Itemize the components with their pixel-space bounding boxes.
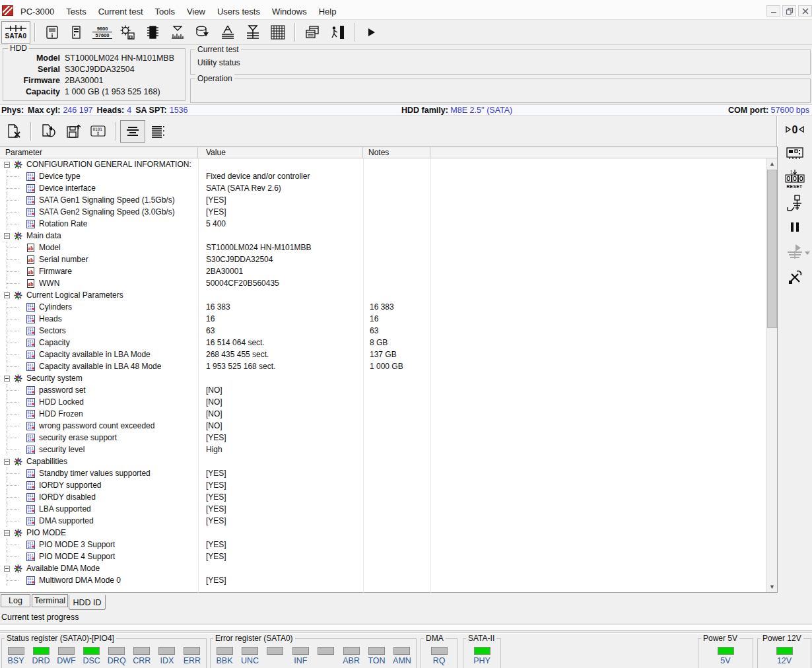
tree-collapse-icon[interactable]: [4, 459, 10, 465]
param-row[interactable]: 01110Standby timer values supported[YES]: [0, 467, 777, 479]
surface-chart-button[interactable]: [165, 21, 190, 44]
menu-item-tests[interactable]: Tests: [60, 5, 92, 18]
tab-log[interactable]: Log: [1, 594, 30, 607]
param-group-row[interactable]: PIO MODE: [0, 527, 777, 539]
clear-results-button[interactable]: [1, 120, 26, 143]
svg-text:0101: 0101: [93, 127, 103, 131]
param-row[interactable]: 01110PIO MODE 3 Support[YES]: [0, 539, 777, 551]
restore-button[interactable]: [782, 5, 796, 17]
utility-settings-button[interactable]: [115, 21, 140, 44]
param-row[interactable]: 01110wrong password count exceeded[NO]: [0, 420, 777, 432]
utility-info-button[interactable]: [40, 21, 65, 44]
param-row[interactable]: abWWN50004CF20B560435: [0, 277, 777, 289]
pause-button[interactable]: [790, 222, 799, 232]
chart-funnel-icon: [170, 24, 186, 40]
tab-hdd-id[interactable]: HDD ID: [69, 595, 106, 610]
sector-map-button[interactable]: [265, 21, 290, 44]
rom-chip-button[interactable]: [140, 21, 165, 44]
param-row[interactable]: 01110security erase support[YES]: [0, 432, 777, 444]
text-param-icon: ab: [26, 255, 35, 264]
param-row[interactable]: 01110password set[NO]: [0, 384, 777, 396]
param-row[interactable]: 01110HDD Frozen[NO]: [0, 408, 777, 420]
tree-collapse-icon[interactable]: [4, 530, 10, 536]
param-group-row[interactable]: Main data: [0, 230, 777, 242]
close-button[interactable]: [798, 5, 812, 17]
param-row[interactable]: 01110SATA Gen1 Signaling Speed (1.5Gb/s)…: [0, 194, 777, 206]
param-row[interactable]: 01110Multiword DMA Mode 0[YES]: [0, 574, 777, 586]
refresh-id-button[interactable]: [36, 120, 61, 143]
power-relay-button[interactable]: [786, 194, 803, 213]
param-row[interactable]: 01110PIO MODE 4 Support[YES]: [0, 551, 777, 562]
led-label: CRR: [133, 657, 151, 665]
minimize-button[interactable]: [766, 5, 780, 17]
save-id-button[interactable]: [61, 120, 86, 143]
binary-view-button[interactable]: 0101: [86, 120, 111, 143]
led-indicator: [217, 647, 233, 655]
param-row[interactable]: abFirmware2BA30001: [0, 265, 777, 277]
tree-collapse-icon[interactable]: [4, 292, 10, 298]
menu-item-pc3000[interactable]: PC-3000: [15, 5, 60, 18]
param-row[interactable]: abSerial numberS30CJ9DDA32504: [0, 253, 777, 265]
param-row[interactable]: 01110Rotation Rate5 400: [0, 218, 777, 230]
param-row[interactable]: 01110DMA supported[YES]: [0, 515, 777, 527]
svg-text:ab: ab: [28, 257, 34, 263]
param-label: Sectors: [39, 326, 66, 335]
menu-item-help[interactable]: Help: [313, 5, 343, 18]
exit-button[interactable]: [325, 21, 350, 44]
param-group-row[interactable]: Security system: [0, 372, 777, 384]
port-speed-button[interactable]: 9600 57600: [90, 21, 115, 44]
view-list-button[interactable]: [145, 120, 170, 143]
param-row[interactable]: 01110Capacity available in LBA Mode268 4…: [0, 349, 777, 360]
param-group-row[interactable]: Available DMA Mode: [0, 562, 777, 574]
param-row[interactable]: 01110Heads1616: [0, 313, 777, 325]
column-header-parameter[interactable]: Parameter: [0, 147, 198, 158]
tree-collapse-icon[interactable]: [4, 566, 10, 572]
tree-collapse-icon[interactable]: [4, 162, 10, 168]
column-header-notes[interactable]: Notes: [363, 147, 430, 158]
param-row[interactable]: 01110HDD Locked[NO]: [0, 396, 777, 408]
param-row[interactable]: 01110SATA Gen2 Signaling Speed (3.0Gb/s)…: [0, 206, 777, 218]
param-row[interactable]: 01110Sectors6363: [0, 325, 777, 337]
scroll-up-icon[interactable]: ▲: [766, 158, 778, 169]
tree-collapse-icon[interactable]: [4, 233, 10, 239]
param-row[interactable]: 01110Cylinders16 38316 383: [0, 301, 777, 313]
led-label: AMN: [393, 657, 411, 665]
param-row[interactable]: 01110LBA supported[YES]: [0, 503, 777, 515]
tools-button[interactable]: [787, 269, 803, 285]
tree-collapse-icon[interactable]: [4, 376, 10, 382]
param-group-row[interactable]: Capabilities: [0, 455, 777, 467]
reset-counter-button[interactable]: 1 RESET: [784, 169, 805, 189]
param-row[interactable]: 01110security levelHigh: [0, 444, 777, 455]
param-group-row[interactable]: Current Logical Parameters: [0, 289, 777, 301]
scrollbar-thumb[interactable]: [767, 170, 777, 328]
param-row[interactable]: 01110IORDY supported[YES]: [0, 479, 777, 491]
menu-item-current-test[interactable]: Current test: [92, 5, 149, 18]
menu-item-users-tests[interactable]: Users tests: [211, 5, 266, 18]
error-register-title: Error register (SATA0): [213, 634, 295, 643]
column-header-value[interactable]: Value: [198, 147, 363, 158]
param-row[interactable]: 01110Device interfaceSATA (SATA Rev 2.6): [0, 182, 777, 194]
run-button[interactable]: [359, 21, 384, 44]
param-row[interactable]: 01110Capacity available in LBA 48 Mode1 …: [0, 360, 777, 372]
param-row[interactable]: 01110Device typeFixed device and/or cont…: [0, 170, 777, 182]
windows-list-button[interactable]: [300, 21, 325, 44]
param-row[interactable]: 01110IORDY disabled[YES]: [0, 491, 777, 503]
menu-item-view[interactable]: View: [181, 5, 211, 18]
param-row[interactable]: abModelST1000LM024 HN-M101MBB: [0, 242, 777, 253]
menu-item-tools[interactable]: Tools: [149, 5, 181, 18]
translator-button[interactable]: [240, 21, 265, 44]
tab-terminal[interactable]: Terminal: [32, 594, 68, 607]
menu-item-windows[interactable]: Windows: [266, 5, 313, 18]
zero-track-button[interactable]: 0: [785, 121, 805, 137]
vertical-scrollbar[interactable]: ▲ ▼: [766, 158, 777, 592]
database-export-button[interactable]: [190, 21, 215, 44]
view-grouped-button[interactable]: [120, 120, 145, 143]
pcb-button[interactable]: [786, 145, 804, 161]
head-align-button[interactable]: [215, 21, 240, 44]
scroll-down-icon[interactable]: ▼: [766, 582, 778, 592]
device-sata0-button[interactable]: SATA0: [1, 21, 30, 44]
param-group-row[interactable]: CONFIGURATION GENERAL INFORMATION:: [0, 158, 777, 170]
drive-resources-button[interactable]: [65, 21, 90, 44]
rail-dropdown-icon[interactable]: [805, 251, 810, 255]
param-row[interactable]: 01110Capacity16 514 064 sect.8 GB: [0, 337, 777, 349]
